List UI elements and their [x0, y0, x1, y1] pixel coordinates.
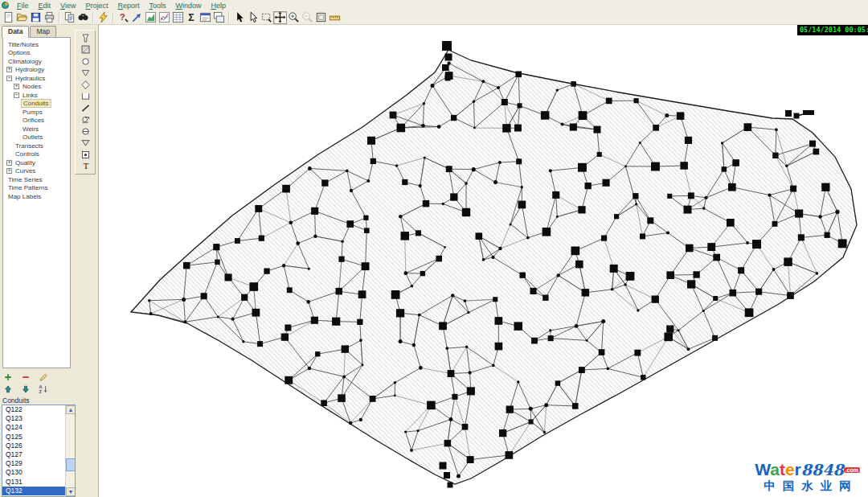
add-subcatchment-button[interactable]	[76, 44, 94, 56]
open-button[interactable]	[15, 11, 29, 24]
menu-file[interactable]: File	[12, 1, 34, 10]
add-outfall-button[interactable]	[76, 68, 94, 80]
list-item[interactable]: Q123	[2, 414, 75, 423]
select-vertex-button[interactable]	[246, 11, 260, 24]
collapse-icon[interactable]: −	[14, 92, 19, 98]
select-region-button[interactable]	[260, 11, 273, 24]
menu-help[interactable]: Help	[206, 1, 231, 10]
tab-map[interactable]: Map	[30, 26, 56, 37]
layers-button[interactable]	[212, 11, 226, 24]
tree-item-hydrology[interactable]: +Hydrology	[3, 66, 70, 75]
network-map[interactable]	[99, 25, 868, 497]
table-button[interactable]	[171, 11, 185, 24]
print-button[interactable]	[43, 11, 56, 24]
menu-report[interactable]: Report	[113, 1, 144, 10]
add-raingage-button[interactable]	[76, 32, 94, 44]
find-button[interactable]	[76, 11, 90, 24]
full-extent-button[interactable]	[314, 11, 328, 24]
menu-edit[interactable]: Edit	[34, 1, 56, 10]
scrollbar-thumb[interactable]	[66, 458, 76, 471]
tree-item-quality[interactable]: +Quality	[3, 158, 70, 167]
list-item[interactable]: Q129	[2, 459, 75, 468]
select-button[interactable]	[232, 11, 246, 24]
expand-icon[interactable]: +	[6, 160, 12, 166]
list-item[interactable]: Q125	[2, 433, 75, 442]
properties-button[interactable]	[199, 11, 212, 24]
tree-item-title-notes[interactable]: Title/Notes	[3, 40, 70, 49]
add-label-button[interactable]: T	[76, 161, 94, 173]
move-up-button[interactable]	[2, 384, 14, 396]
sort-button[interactable]: AZ	[37, 384, 49, 396]
save-button[interactable]	[29, 11, 43, 24]
menu-bar: FileEditViewProjectReportToolsWindowHelp	[0, 0, 868, 10]
list-item[interactable]: Q122	[2, 405, 75, 414]
weir-icon	[80, 138, 91, 148]
menu-window[interactable]: Window	[170, 1, 206, 10]
statistics-button[interactable]: Σ	[185, 11, 199, 24]
zoom-in-button[interactable]	[287, 11, 301, 24]
tree-item-weirs[interactable]: Weirs	[3, 125, 70, 133]
list-item[interactable]: Q127	[2, 450, 75, 459]
expand-icon[interactable]: +	[6, 168, 12, 174]
list-item[interactable]: Q130	[2, 468, 75, 477]
scroll-up-icon[interactable]: ▲	[66, 405, 76, 414]
zoom-out-button[interactable]	[301, 11, 314, 24]
list-scrollbar[interactable]: ▲ ▼	[65, 405, 75, 496]
menu-view[interactable]: View	[55, 1, 80, 10]
tree-item-outlets[interactable]: Outlets	[3, 133, 70, 142]
profile-plot-button[interactable]	[144, 11, 158, 24]
delete-button[interactable]	[19, 372, 31, 384]
run-button[interactable]	[96, 11, 110, 24]
tree-item-orifices[interactable]: Orifices	[3, 117, 70, 125]
add-button[interactable]	[2, 372, 14, 384]
conduit-list[interactable]: Q122Q123Q124Q125Q126Q127Q129Q130Q131Q132…	[2, 405, 76, 497]
add-junction-button[interactable]	[76, 55, 94, 68]
list-item[interactable]: Q132	[2, 487, 75, 495]
measure-button[interactable]	[328, 11, 342, 24]
tree-item-nodes[interactable]: +Nodes	[3, 83, 70, 92]
tree-item-conduits[interactable]: Conduits	[3, 100, 70, 109]
list-item[interactable]: Q126	[2, 442, 75, 450]
list-item[interactable]: Q131	[2, 478, 75, 487]
tree-item-curves[interactable]: +Curves	[3, 167, 70, 176]
scroll-down-icon[interactable]: ▼	[66, 487, 76, 496]
add-divider-button[interactable]	[76, 79, 94, 91]
tree-item-label: Weirs	[21, 125, 40, 133]
add-orifice-button[interactable]	[76, 125, 94, 138]
query-button[interactable]: ?	[117, 11, 130, 24]
tree-item-links[interactable]: −Links	[3, 91, 70, 100]
study-area-map[interactable]: 05/14/2014 00:05:00 Water8848.com 中国水业网	[98, 25, 868, 497]
tree-item-transects[interactable]: Transects	[3, 142, 70, 150]
add-storage-button[interactable]	[76, 91, 94, 103]
new-button[interactable]	[2, 11, 15, 24]
tree-item-controls[interactable]: Controls	[3, 150, 70, 159]
add-conduit-button[interactable]	[76, 102, 94, 114]
run-icon	[97, 11, 109, 23]
copy-button[interactable]	[63, 11, 76, 24]
menu-tools[interactable]: Tools	[144, 1, 170, 10]
pan-button[interactable]	[273, 11, 287, 24]
expand-icon[interactable]: +	[6, 67, 12, 72]
add-pump-button[interactable]	[76, 114, 94, 126]
add-weir-button[interactable]	[76, 138, 94, 150]
move-down-button[interactable]	[19, 384, 31, 396]
tree-item-time-patterns[interactable]: Time Patterns	[3, 184, 70, 193]
tree-item-options[interactable]: Options	[3, 49, 70, 58]
expand-icon[interactable]: +	[14, 84, 19, 89]
point-select-button[interactable]	[130, 11, 144, 24]
menu-project[interactable]: Project	[80, 1, 113, 10]
tree-item-hydraulics[interactable]: −Hydraulics	[3, 74, 70, 83]
edit-icon	[39, 372, 48, 384]
tree-item-time-series[interactable]: Time Series	[3, 175, 70, 184]
add-outlet-button[interactable]	[76, 149, 94, 161]
statistics-icon: Σ	[186, 11, 198, 23]
project-tree[interactable]: Title/NotesOptionsClimatology+Hydrology−…	[2, 37, 71, 368]
graph-button[interactable]	[158, 11, 171, 24]
edit-button[interactable]	[37, 372, 49, 384]
collapse-icon[interactable]: −	[6, 76, 12, 81]
tree-item-pumps[interactable]: Pumps	[3, 108, 70, 117]
list-item[interactable]: Q124	[2, 423, 75, 432]
tree-item-climatology[interactable]: Climatology	[3, 57, 70, 66]
tab-data[interactable]: Data	[2, 26, 29, 38]
tree-item-map-labels[interactable]: Map Labels	[3, 192, 70, 201]
